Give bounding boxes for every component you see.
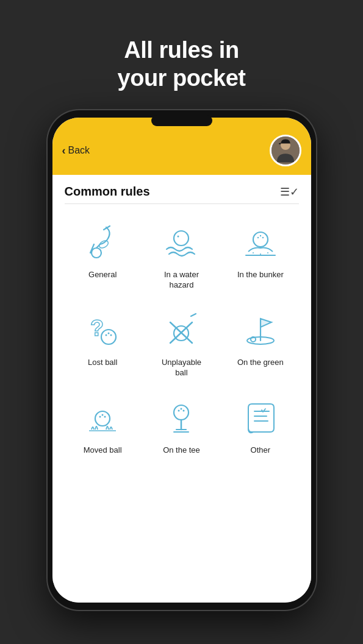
rule-label-on-green: On the green: [237, 358, 284, 368]
sort-icon[interactable]: ☰✓: [280, 185, 299, 199]
svg-point-12: [267, 252, 268, 253]
svg-point-31: [181, 408, 182, 409]
svg-point-8: [260, 235, 261, 236]
svg-point-15: [106, 334, 107, 336]
phone-notch: [151, 115, 212, 126]
rule-icon-water-hazard: [158, 219, 204, 265]
hero-title: All rules in your pocket: [118, 37, 246, 92]
rule-item-bunker[interactable]: In the bunker: [222, 213, 298, 295]
rule-item-general[interactable]: General: [65, 213, 141, 295]
rules-grid: General: [65, 213, 299, 460]
hero-section: All rules in your pocket: [118, 0, 246, 110]
phone-shell: ‹ Back Co: [48, 110, 316, 610]
screen-header: ‹ Back: [52, 118, 311, 175]
svg-point-7: [257, 237, 259, 238]
svg-point-5: [178, 236, 179, 238]
svg-point-29: [174, 405, 189, 420]
svg-point-25: [99, 416, 101, 417]
back-button[interactable]: ‹ Back: [62, 144, 90, 157]
svg-point-16: [108, 332, 110, 334]
rule-label-water-hazard: In a waterhazard: [164, 270, 199, 291]
rule-label-moved-ball: Moved ball: [84, 445, 122, 456]
phone-screen: ‹ Back Co: [52, 118, 311, 603]
rule-label-general: General: [88, 270, 117, 280]
section-title-row: Common rules ☰✓: [65, 185, 299, 199]
svg-point-17: [110, 334, 112, 336]
svg-point-24: [95, 411, 110, 426]
divider: [65, 203, 299, 204]
screen-content: Common rules ☰✓: [52, 175, 311, 603]
section-title: Common rules: [65, 185, 150, 199]
rule-label-unplayable: Unplayableball: [162, 358, 201, 378]
rule-label-lost-ball: Lost ball: [88, 358, 117, 368]
rule-item-on-tee[interactable]: On the tee: [143, 388, 220, 461]
svg-point-9: [262, 237, 264, 238]
rule-icon-other: [237, 394, 284, 441]
svg-point-27: [104, 416, 106, 417]
rule-label-on-tee: On the tee: [163, 445, 200, 456]
svg-point-3: [98, 239, 110, 250]
rule-item-lost-ball[interactable]: ? Lost ball: [65, 300, 141, 383]
avatar[interactable]: [270, 135, 301, 166]
rule-icon-bunker: [237, 219, 284, 265]
rule-item-unplayable[interactable]: Unplayableball: [143, 300, 220, 383]
svg-point-2: [92, 248, 101, 258]
svg-point-26: [102, 414, 104, 416]
rule-icon-unplayable: [158, 306, 204, 353]
rule-item-moved-ball[interactable]: Moved ball: [65, 388, 141, 461]
rule-item-on-green[interactable]: On the green: [222, 300, 298, 383]
back-label: Back: [68, 145, 90, 156]
rule-icon-general: [79, 219, 126, 265]
phone-mockup: ‹ Back Co: [48, 110, 316, 610]
back-chevron-icon: ‹: [62, 144, 66, 157]
svg-point-4: [174, 231, 189, 246]
svg-point-10: [253, 252, 254, 253]
svg-point-6: [253, 232, 268, 247]
rule-item-water-hazard[interactable]: In a waterhazard: [143, 213, 220, 295]
svg-point-30: [178, 409, 180, 411]
rule-icon-lost-ball: ?: [79, 306, 126, 353]
rule-label-bunker: In the bunker: [237, 270, 284, 280]
svg-point-32: [183, 409, 185, 411]
rule-icon-on-green: [237, 306, 284, 353]
svg-point-11: [260, 253, 261, 255]
rule-icon-on-tee: [158, 394, 204, 441]
rule-label-other: Other: [251, 445, 271, 456]
rule-item-other[interactable]: Other: [222, 388, 298, 461]
rule-icon-moved-ball: [79, 394, 126, 441]
